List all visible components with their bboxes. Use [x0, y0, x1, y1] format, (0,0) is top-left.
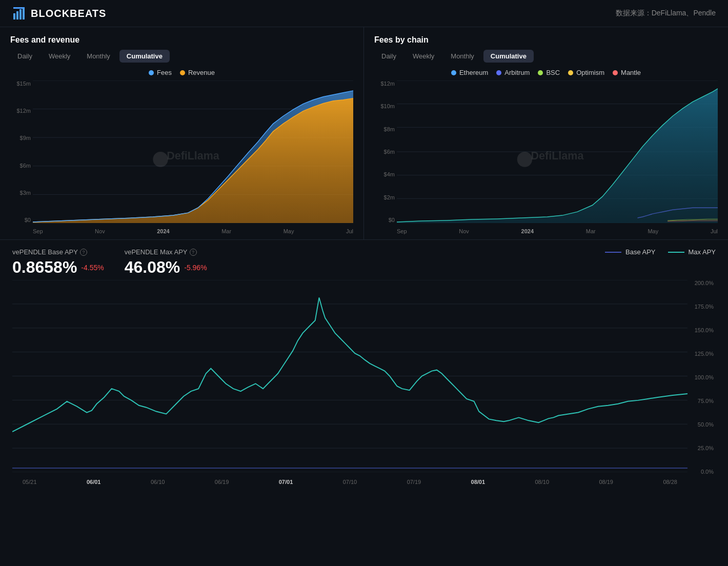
apy-header: vePENDLE Base APY ? 0.8658% -4.55% vePEN…	[12, 248, 716, 277]
x-0521: 05/21	[23, 479, 37, 485]
logo-icon	[12, 6, 27, 21]
mantle-legend: Mantle	[613, 69, 641, 76]
fees-revenue-panel: Fees and revenue Daily Weekly Monthly Cu…	[0, 27, 364, 239]
blockbeats-logo-svg	[12, 6, 27, 21]
bsc-label: BSC	[546, 69, 560, 76]
fees-chain-tabs: Daily Weekly Monthly Cumulative	[374, 50, 718, 63]
y-label-2: $9m	[10, 135, 31, 141]
base-apy-line	[605, 252, 621, 253]
tab-monthly-fees[interactable]: Monthly	[79, 50, 117, 63]
x-2024: 2024	[157, 228, 169, 234]
fees-legend-item: Fees	[149, 69, 172, 76]
fees-y-axis: $15m $12m $9m $6m $3m $0	[10, 80, 31, 223]
fees-revenue-svg: DefiLlama	[33, 80, 353, 223]
x-nov: Nov	[95, 228, 105, 234]
chain-legend: Ethereum Arbitrum BSC Optimism Mantle	[374, 69, 718, 76]
fees-revenue-chart-area: $15m $12m $9m $6m $3m $0	[10, 80, 353, 234]
max-apy-change: -5.96%	[184, 264, 207, 272]
apy-y-axis: 200.0% 175.0% 150.0% 125.0% 100.0% 75.0%…	[695, 280, 716, 475]
y-label-4: $3m	[10, 190, 31, 196]
svg-rect-2	[19, 9, 22, 19]
max-apy-value: 46.08% -5.96%	[125, 258, 207, 277]
ethereum-legend: Ethereum	[451, 69, 488, 76]
chain-y-axis: $12m $10m $8m $6m $4m $2m $0	[374, 80, 395, 223]
svg-rect-0	[13, 13, 15, 19]
x-0719: 07/19	[407, 479, 421, 485]
max-apy-stat: vePENDLE Max APY ? 46.08% -5.96%	[125, 248, 207, 277]
base-apy-info-icon[interactable]: ?	[80, 249, 87, 256]
x-0710: 07/10	[343, 479, 357, 485]
tab-weekly-fees[interactable]: Weekly	[42, 50, 77, 63]
fees-chain-title: Fees by chain	[374, 35, 718, 45]
logo: BLOCKBEATS	[12, 6, 106, 21]
base-apy-legend-item: Base APY	[605, 248, 656, 256]
base-apy-label: vePENDLE Base APY ?	[12, 248, 104, 256]
apy-section: vePENDLE Base APY ? 0.8658% -4.55% vePEN…	[0, 240, 728, 490]
y-label-3: $6m	[10, 163, 31, 169]
apy-chart-container: 200.0% 175.0% 150.0% 125.0% 100.0% 75.0%…	[12, 280, 716, 485]
svg-point-20	[517, 152, 532, 167]
fees-legend-label: Fees	[157, 69, 172, 76]
x-mar: Mar	[221, 228, 231, 234]
fees-revenue-legend: Fees Revenue	[10, 69, 353, 76]
x-0801: 08/01	[471, 479, 486, 485]
bsc-legend: BSC	[538, 69, 560, 76]
y-label-0: $15m	[10, 80, 31, 87]
x-0601: 06/01	[87, 479, 101, 485]
y-label-5: $0	[10, 217, 31, 223]
x-0828: 08/28	[663, 479, 677, 485]
max-apy-legend-item: Max APY	[668, 248, 716, 256]
y-label-1: $12m	[10, 108, 31, 114]
base-apy-legend-label: Base APY	[625, 248, 656, 256]
tab-cumulative-fees[interactable]: Cumulative	[119, 50, 170, 63]
bsc-dot	[538, 70, 543, 75]
base-apy-stat: vePENDLE Base APY ? 0.8658% -4.55%	[12, 248, 104, 277]
x-0810: 08/10	[535, 479, 550, 485]
chain-svg: DefiLlama	[397, 80, 718, 223]
tab-cumulative-chain[interactable]: Cumulative	[483, 50, 534, 63]
fees-chain-chart-area: $12m $10m $8m $6m $4m $2m $0	[374, 80, 718, 234]
base-apy-value: 0.8658% -4.55%	[12, 258, 104, 277]
opt-dot	[568, 70, 573, 75]
fees-x-axis: Sep Nov 2024 Mar May Jul	[33, 228, 353, 234]
base-apy-change: -4.55%	[81, 264, 104, 272]
tab-daily-chain[interactable]: Daily	[374, 50, 403, 63]
fees-legend-dot	[149, 70, 154, 75]
fees-by-chain-panel: Fees by chain Daily Weekly Monthly Cumul…	[364, 27, 728, 239]
tab-monthly-chain[interactable]: Monthly	[443, 50, 481, 63]
x-may: May	[284, 228, 294, 234]
opt-label: Optimism	[576, 69, 604, 76]
x-0819: 08/19	[599, 479, 613, 485]
arb-dot	[496, 70, 501, 75]
mnt-label: Mantle	[621, 69, 641, 76]
top-section: Fees and revenue Daily Weekly Monthly Cu…	[0, 27, 728, 240]
tab-daily-fees[interactable]: Daily	[10, 50, 39, 63]
svg-point-11	[153, 152, 168, 167]
x-0610: 06/10	[151, 479, 165, 485]
revenue-legend-dot	[180, 70, 185, 75]
eth-dot	[451, 70, 456, 75]
fees-revenue-title: Fees and revenue	[10, 35, 353, 45]
fees-watermark: DefiLlama	[167, 149, 220, 162]
max-apy-info-icon[interactable]: ?	[190, 249, 197, 256]
mnt-dot	[613, 70, 618, 75]
apy-x-axis: 05/21 06/01 06/10 06/19 07/01 07/10 07/1…	[12, 479, 687, 485]
svg-rect-1	[16, 11, 18, 19]
max-apy-line	[668, 252, 684, 253]
svg-text:DefiLlama: DefiLlama	[531, 149, 584, 162]
x-jul: Jul	[346, 228, 353, 234]
x-sep: Sep	[33, 228, 43, 234]
svg-rect-3	[23, 7, 25, 19]
max-apy-legend-label: Max APY	[689, 248, 716, 256]
revenue-legend-label: Revenue	[188, 69, 215, 76]
max-apy-label: vePENDLE Max APY ?	[125, 248, 207, 256]
eth-label: Ethereum	[459, 69, 488, 76]
arbitrum-legend: Arbitrum	[496, 69, 530, 76]
x-0701: 07/01	[279, 479, 293, 485]
chain-x-axis: Sep Nov 2024 Mar May Jul	[397, 228, 718, 234]
logo-text: BLOCKBEATS	[31, 8, 106, 19]
revenue-legend-item: Revenue	[180, 69, 215, 76]
fees-revenue-tabs: Daily Weekly Monthly Cumulative	[10, 50, 353, 63]
apy-chart-legend: Base APY Max APY	[605, 248, 716, 256]
tab-weekly-chain[interactable]: Weekly	[406, 50, 441, 63]
